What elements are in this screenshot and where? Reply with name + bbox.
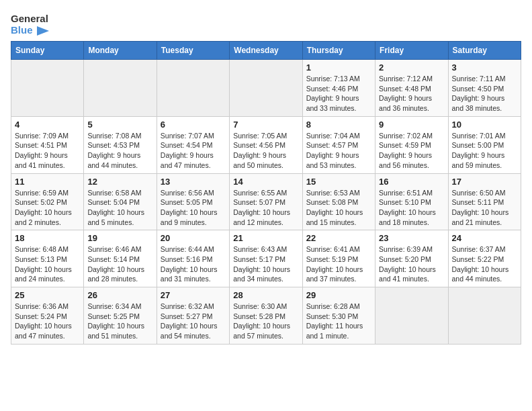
calendar-cell: 13Sunrise: 6:56 AMSunset: 5:05 PMDayligh… [157, 173, 229, 230]
day-number: 20 [161, 233, 226, 243]
day-number: 17 [452, 177, 517, 187]
calendar-cell: 8Sunrise: 7:04 AMSunset: 4:57 PMDaylight… [302, 116, 375, 173]
weekday-header-row: SundayMondayTuesdayWednesdayThursdayFrid… [11, 42, 521, 60]
day-number: 26 [87, 290, 152, 300]
calendar-cell: 4Sunrise: 7:09 AMSunset: 4:51 PMDaylight… [11, 116, 84, 173]
calendar-cell [84, 60, 157, 117]
logo-text: General Blue [11, 13, 49, 36]
day-info: Sunrise: 7:09 AMSunset: 4:51 PMDaylight:… [15, 131, 80, 171]
calendar-cell: 10Sunrise: 7:01 AMSunset: 5:00 PMDayligh… [448, 116, 521, 173]
day-number: 29 [306, 290, 371, 300]
day-info: Sunrise: 7:07 AMSunset: 4:54 PMDaylight:… [161, 131, 226, 171]
day-number: 6 [161, 120, 226, 130]
day-number: 12 [87, 177, 152, 187]
calendar-cell [157, 60, 229, 117]
calendar-week-5: 25Sunrise: 6:36 AMSunset: 5:24 PMDayligh… [11, 287, 521, 345]
calendar-cell: 12Sunrise: 6:58 AMSunset: 5:04 PMDayligh… [84, 173, 157, 230]
calendar-cell: 6Sunrise: 7:07 AMSunset: 4:54 PMDaylight… [157, 116, 229, 173]
day-info: Sunrise: 6:30 AMSunset: 5:28 PMDaylight:… [233, 302, 298, 341]
calendar-cell: 25Sunrise: 6:36 AMSunset: 5:24 PMDayligh… [11, 287, 84, 345]
calendar-cell: 29Sunrise: 6:28 AMSunset: 5:30 PMDayligh… [302, 287, 375, 345]
calendar-week-2: 4Sunrise: 7:09 AMSunset: 4:51 PMDaylight… [11, 116, 521, 173]
day-number: 4 [15, 120, 80, 130]
day-number: 27 [161, 290, 226, 300]
weekday-header-thursday: Thursday [302, 42, 375, 60]
day-info: Sunrise: 6:44 AMSunset: 5:16 PMDaylight:… [161, 244, 226, 284]
day-number: 13 [161, 177, 226, 187]
calendar-cell: 17Sunrise: 6:50 AMSunset: 5:11 PMDayligh… [448, 173, 521, 230]
day-info: Sunrise: 6:59 AMSunset: 5:02 PMDaylight:… [15, 188, 80, 228]
calendar-cell [448, 287, 521, 345]
day-number: 23 [379, 233, 444, 243]
day-number: 1 [306, 62, 371, 73]
day-number: 10 [452, 120, 517, 130]
calendar-week-1: 1Sunrise: 7:13 AMSunset: 4:46 PMDaylight… [11, 60, 521, 117]
day-number: 28 [233, 290, 298, 300]
calendar-cell [230, 60, 302, 117]
calendar-cell: 28Sunrise: 6:30 AMSunset: 5:28 PMDayligh… [230, 287, 302, 345]
day-info: Sunrise: 6:55 AMSunset: 5:07 PMDaylight:… [233, 188, 298, 228]
day-info: Sunrise: 6:34 AMSunset: 5:25 PMDaylight:… [87, 302, 152, 341]
weekday-header-tuesday: Tuesday [157, 42, 229, 60]
calendar-cell [375, 287, 448, 345]
calendar-cell: 3Sunrise: 7:11 AMSunset: 4:50 PMDaylight… [448, 60, 521, 117]
weekday-header-saturday: Saturday [448, 42, 521, 60]
weekday-header-friday: Friday [375, 42, 448, 60]
calendar-cell: 16Sunrise: 6:51 AMSunset: 5:10 PMDayligh… [375, 173, 448, 230]
day-info: Sunrise: 7:08 AMSunset: 4:53 PMDaylight:… [87, 131, 152, 171]
calendar-body: 1Sunrise: 7:13 AMSunset: 4:46 PMDaylight… [11, 60, 521, 345]
day-info: Sunrise: 6:32 AMSunset: 5:27 PMDaylight:… [161, 302, 226, 341]
day-number: 11 [15, 177, 80, 187]
day-number: 22 [306, 233, 371, 243]
day-number: 8 [306, 120, 371, 130]
day-info: Sunrise: 6:58 AMSunset: 5:04 PMDaylight:… [87, 188, 152, 228]
day-info: Sunrise: 6:41 AMSunset: 5:19 PMDaylight:… [306, 244, 371, 284]
calendar-cell: 22Sunrise: 6:41 AMSunset: 5:19 PMDayligh… [302, 230, 375, 287]
day-number: 18 [15, 233, 80, 243]
calendar-cell: 15Sunrise: 6:53 AMSunset: 5:08 PMDayligh… [302, 173, 375, 230]
day-number: 21 [233, 233, 298, 243]
day-info: Sunrise: 6:39 AMSunset: 5:20 PMDaylight:… [379, 244, 444, 284]
day-info: Sunrise: 6:51 AMSunset: 5:10 PMDaylight:… [379, 188, 444, 228]
weekday-header-sunday: Sunday [11, 42, 84, 60]
calendar-table: SundayMondayTuesdayWednesdayThursdayFrid… [11, 41, 521, 345]
calendar-cell: 26Sunrise: 6:34 AMSunset: 5:25 PMDayligh… [84, 287, 157, 345]
day-number: 14 [233, 177, 298, 187]
day-number: 24 [452, 233, 517, 243]
day-info: Sunrise: 6:36 AMSunset: 5:24 PMDaylight:… [15, 302, 80, 341]
calendar-week-3: 11Sunrise: 6:59 AMSunset: 5:02 PMDayligh… [11, 173, 521, 230]
day-number: 16 [379, 177, 444, 187]
day-number: 25 [15, 290, 80, 300]
day-info: Sunrise: 6:28 AMSunset: 5:30 PMDaylight:… [306, 302, 371, 341]
calendar-cell: 27Sunrise: 6:32 AMSunset: 5:27 PMDayligh… [157, 287, 229, 345]
day-info: Sunrise: 6:37 AMSunset: 5:22 PMDaylight:… [452, 244, 517, 284]
calendar-cell: 11Sunrise: 6:59 AMSunset: 5:02 PMDayligh… [11, 173, 84, 230]
day-info: Sunrise: 6:46 AMSunset: 5:14 PMDaylight:… [87, 244, 152, 284]
day-number: 9 [379, 120, 444, 130]
day-info: Sunrise: 7:12 AMSunset: 4:48 PMDaylight:… [379, 74, 444, 113]
day-info: Sunrise: 6:43 AMSunset: 5:17 PMDaylight:… [233, 244, 298, 284]
svg-marker-0 [37, 26, 49, 36]
calendar-cell: 20Sunrise: 6:44 AMSunset: 5:16 PMDayligh… [157, 230, 229, 287]
day-info: Sunrise: 7:04 AMSunset: 4:57 PMDaylight:… [306, 131, 371, 171]
calendar-cell: 21Sunrise: 6:43 AMSunset: 5:17 PMDayligh… [230, 230, 302, 287]
day-info: Sunrise: 6:50 AMSunset: 5:11 PMDaylight:… [452, 188, 517, 228]
logo: General Blue [11, 13, 49, 36]
calendar-cell: 19Sunrise: 6:46 AMSunset: 5:14 PMDayligh… [84, 230, 157, 287]
calendar-cell: 7Sunrise: 7:05 AMSunset: 4:56 PMDaylight… [230, 116, 302, 173]
day-number: 2 [379, 62, 444, 73]
calendar-cell: 9Sunrise: 7:02 AMSunset: 4:59 PMDaylight… [375, 116, 448, 173]
day-info: Sunrise: 7:13 AMSunset: 4:46 PMDaylight:… [306, 74, 371, 113]
calendar-cell: 23Sunrise: 6:39 AMSunset: 5:20 PMDayligh… [375, 230, 448, 287]
day-info: Sunrise: 6:56 AMSunset: 5:05 PMDaylight:… [161, 188, 226, 228]
calendar-cell: 18Sunrise: 6:48 AMSunset: 5:13 PMDayligh… [11, 230, 84, 287]
logo-flag-icon [37, 26, 49, 36]
day-info: Sunrise: 7:01 AMSunset: 5:00 PMDaylight:… [452, 131, 517, 171]
calendar-week-4: 18Sunrise: 6:48 AMSunset: 5:13 PMDayligh… [11, 230, 521, 287]
day-number: 5 [87, 120, 152, 130]
calendar-cell: 5Sunrise: 7:08 AMSunset: 4:53 PMDaylight… [84, 116, 157, 173]
calendar-header: SundayMondayTuesdayWednesdayThursdayFrid… [11, 42, 521, 60]
day-info: Sunrise: 7:05 AMSunset: 4:56 PMDaylight:… [233, 131, 298, 171]
calendar-cell: 24Sunrise: 6:37 AMSunset: 5:22 PMDayligh… [448, 230, 521, 287]
day-number: 7 [233, 120, 298, 130]
